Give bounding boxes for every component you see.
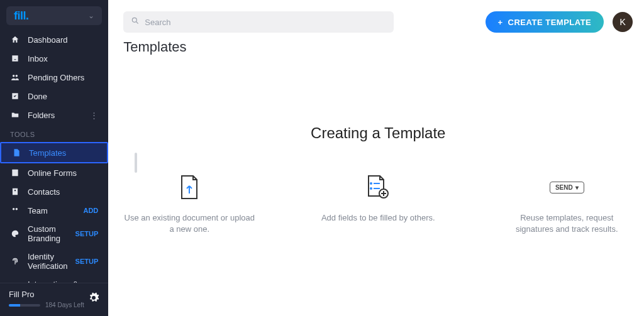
- sidebar-item-dashboard[interactable]: Dashboard: [0, 30, 108, 49]
- sidebar-item-label: Templates: [29, 148, 66, 158]
- sidebar-item-label: Identity Verification: [28, 252, 68, 271]
- sidebar-item-label: Integrations & API: [28, 280, 88, 283]
- home-icon: [10, 35, 20, 45]
- step-upload: Use an existing document or upload a new…: [123, 173, 255, 235]
- sidebar-item-label: Online Forms: [28, 168, 77, 178]
- sidebar-resize-handle[interactable]: [135, 153, 137, 173]
- svg-rect-5: [374, 188, 380, 189]
- sidebar-item-pending-others[interactable]: Pending Others: [0, 68, 108, 87]
- fingerprint-icon: [10, 256, 20, 266]
- badge-add: ADD: [83, 207, 98, 214]
- done-icon: [10, 91, 20, 101]
- gear-icon[interactable]: [88, 292, 99, 307]
- plus-icon: +: [498, 18, 503, 27]
- sidebar-item-label: Dashboard: [28, 35, 68, 45]
- inbox-icon: [10, 53, 20, 63]
- folder-icon: [10, 110, 20, 120]
- svg-rect-0: [12, 170, 18, 177]
- svg-rect-3: [374, 183, 380, 184]
- badge-setup: SETUP: [75, 230, 99, 237]
- sidebar-item-integrations[interactable]: Integrations & API ›: [0, 275, 108, 283]
- search-icon: [131, 16, 140, 28]
- step-add-fields: Add fields to be filled by others.: [312, 173, 444, 235]
- svg-point-4: [370, 187, 372, 190]
- avatar-initial: K: [620, 17, 626, 27]
- sidebar-item-label: Team: [28, 206, 48, 215]
- plan-name: Fill Pro: [9, 290, 84, 299]
- search-input[interactable]: [145, 18, 386, 27]
- sidebar-item-label: Contacts: [28, 187, 60, 197]
- sidebar-item-label: Pending Others: [28, 73, 84, 82]
- section-label-tools: TOOLS: [0, 124, 108, 142]
- sidebar-item-inbox[interactable]: Inbox: [0, 49, 108, 68]
- upload-document-icon: [175, 173, 203, 201]
- step-text: Use an existing document or upload a new…: [123, 212, 255, 235]
- plan-progress-bar: [9, 304, 40, 307]
- badge-setup: SETUP: [75, 258, 99, 265]
- topbar: + CREATE TEMPLATE K: [123, 11, 633, 33]
- sidebar-item-done[interactable]: Done: [0, 87, 108, 106]
- svg-point-2: [370, 182, 372, 185]
- plan-days-left: 184 Days Left: [45, 302, 84, 308]
- sidebar: fill. ⌄ Dashboard Inbox Pending Others: [0, 0, 108, 316]
- main-content: + CREATE TEMPLATE K Templates Creating a…: [108, 0, 644, 316]
- chevron-down-icon: ⌄: [88, 11, 94, 20]
- brand-logo: fill.: [14, 9, 29, 23]
- palette-icon: [10, 229, 20, 239]
- step-text: Reuse templates, request signatures and …: [501, 212, 633, 235]
- sidebar-item-custom-branding[interactable]: Custom Branding SETUP: [0, 220, 108, 248]
- sidebar-item-identity-verification[interactable]: Identity Verification SETUP: [0, 248, 108, 275]
- send-pill-icon: SEND▾: [553, 173, 580, 201]
- search-box[interactable]: [123, 11, 394, 33]
- create-button-label: CREATE TEMPLATE: [508, 18, 592, 27]
- sidebar-item-label: Done: [28, 92, 47, 101]
- template-icon: [11, 148, 21, 158]
- add-fields-icon: [364, 173, 392, 201]
- nav: Dashboard Inbox Pending Others Done Fold…: [0, 30, 108, 283]
- contacts-icon: [10, 187, 20, 197]
- people-icon: [10, 72, 20, 82]
- steps-row: Use an existing document or upload a new…: [123, 173, 633, 235]
- sidebar-item-contacts[interactable]: Contacts: [0, 182, 108, 201]
- sidebar-item-templates[interactable]: Templates: [0, 142, 108, 163]
- plan-footer: Fill Pro 184 Days Left: [0, 283, 108, 316]
- step-reuse: SEND▾ Reuse templates, request signature…: [501, 173, 633, 235]
- sidebar-item-label: Folders: [28, 111, 55, 120]
- sidebar-item-folders[interactable]: Folders ⋮: [0, 106, 108, 124]
- step-text: Add fields to be filled by others.: [321, 212, 435, 224]
- more-vertical-icon[interactable]: ⋮: [90, 111, 98, 120]
- avatar[interactable]: K: [613, 12, 633, 32]
- sidebar-item-label: Custom Branding: [28, 224, 68, 243]
- sidebar-item-team[interactable]: Team ADD: [0, 201, 108, 220]
- empty-title: Creating a Template: [123, 124, 633, 142]
- create-template-button[interactable]: + CREATE TEMPLATE: [486, 11, 604, 33]
- form-icon: [10, 168, 20, 178]
- team-icon: [10, 205, 20, 215]
- sidebar-item-online-forms[interactable]: Online Forms: [0, 163, 108, 182]
- workspace-dropdown[interactable]: fill. ⌄: [6, 6, 102, 25]
- sidebar-item-label: Inbox: [28, 54, 48, 63]
- svg-point-1: [133, 18, 137, 22]
- empty-state: Creating a Template Use an existing docu…: [123, 124, 633, 235]
- page-title: Templates: [123, 39, 633, 55]
